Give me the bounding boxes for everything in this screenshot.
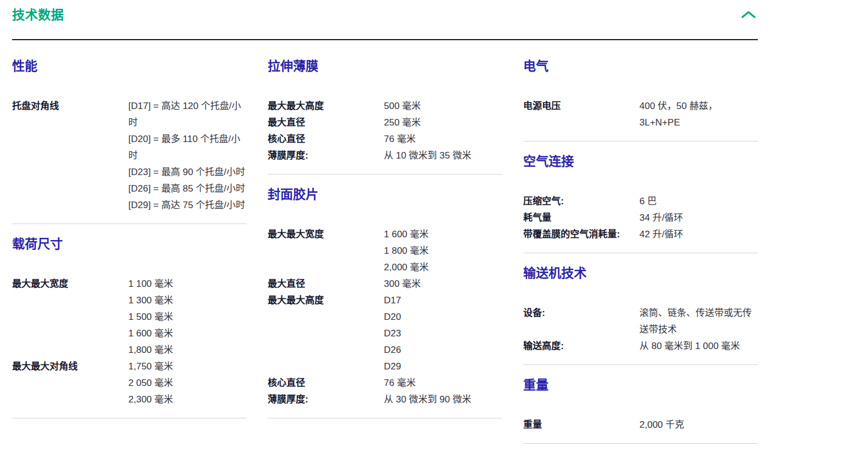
- spec-value: 1,750 毫米 2 050 毫米 2,300 毫米: [128, 361, 173, 405]
- spec-label: 输送高度:: [523, 338, 639, 355]
- spec-label: 托盘对角线: [12, 98, 128, 115]
- spec-row: 带覆盖膜的空气消耗量:42 升/循环: [523, 226, 758, 243]
- spec-row: 耗气量34 升/循环: [523, 210, 758, 226]
- spec-label: 电源电压: [523, 98, 639, 115]
- spec-label: 最大最大宽度: [268, 226, 384, 243]
- section-header[interactable]: 技术数据: [12, 0, 758, 40]
- group-heading: 拉伸薄膜: [268, 58, 502, 74]
- spec-value: 76 毫米: [384, 134, 416, 144]
- spec-value: 1 100 毫米 1 300 毫米 1 500 毫米 1 600 毫米 1,80…: [128, 279, 173, 355]
- group-heading: 电气: [523, 58, 758, 74]
- spec-row: 托盘对角线[D17] = 高达 120 个托盘/小时 [D20] = 最多 11…: [12, 98, 247, 214]
- group-heading: 性能: [12, 58, 247, 74]
- spec-value: [D17] = 高达 120 个托盘/小时 [D20] = 最多 110 个托盘…: [128, 101, 245, 210]
- spec-value: 从 80 毫米到 1 000 毫米: [639, 341, 740, 351]
- spec-label: 设备:: [523, 305, 639, 322]
- spec-label: 核心直径: [268, 131, 384, 148]
- group-heading: 重量: [523, 377, 758, 393]
- spec-value: 34 升/循环: [639, 213, 683, 223]
- spec-label: 最大最大高度: [268, 98, 384, 115]
- spec-row: 最大直径250 毫米: [268, 115, 502, 131]
- spec-group: 输送机技术设备:滚筒、链条、传送带或无传送带技术输送高度:从 80 毫米到 1 …: [523, 265, 758, 365]
- spec-group: 空气连接压缩空气:6 巴耗气量34 升/循环带覆盖膜的空气消耗量:42 升/循环: [523, 154, 758, 253]
- spec-value: 滚筒、链条、传送带或无传送带技术: [639, 308, 752, 335]
- spec-label: 最大最大高度: [268, 292, 384, 309]
- spec-column-2: 拉伸薄膜最大最大高度500 毫米最大直径250 毫米核心直径76 毫米薄膜厚度:…: [268, 58, 502, 452]
- spec-label: 薄膜厚度:: [268, 391, 384, 408]
- spec-value: 42 升/循环: [639, 229, 683, 239]
- spec-value: 300 毫米: [384, 279, 421, 289]
- spec-group: 性能托盘对角线[D17] = 高达 120 个托盘/小时 [D20] = 最多 …: [12, 58, 247, 224]
- spec-row: 重量2,000 千克: [523, 417, 758, 433]
- group-heading: 封面胶片: [268, 187, 502, 202]
- spec-value: 1 600 毫米 1 800 毫米 2,000 毫米: [384, 229, 428, 273]
- spec-row: 最大最大宽度1 600 毫米 1 800 毫米 2,000 毫米: [268, 226, 502, 276]
- spec-row: 压缩空气:6 巴: [523, 193, 758, 210]
- spec-group: 电气电源电压400 伏，50 赫兹，3L+N+PE: [523, 58, 758, 141]
- spec-row: 最大最大宽度1 100 毫米 1 300 毫米 1 500 毫米 1 600 毫…: [12, 276, 247, 358]
- spec-value: 400 伏，50 赫兹，3L+N+PE: [639, 101, 718, 128]
- spec-row: 最大直径300 毫米: [268, 276, 502, 292]
- spec-row: 薄膜厚度:从 30 微米到 90 微米: [268, 391, 502, 408]
- spec-row: 核心直径76 毫米: [268, 375, 502, 391]
- spec-value: 6 巴: [639, 196, 657, 206]
- spec-label: 耗气量: [523, 210, 639, 226]
- spec-group: 封面胶片最大最大宽度1 600 毫米 1 800 毫米 2,000 毫米最大直径…: [268, 187, 502, 418]
- spec-group: 拉伸薄膜最大最大高度500 毫米最大直径250 毫米核心直径76 毫米薄膜厚度:…: [268, 58, 502, 175]
- spec-label: 薄膜厚度:: [268, 148, 384, 164]
- spec-label: 最大最大宽度: [12, 276, 128, 292]
- spec-row: 核心直径76 毫米: [268, 131, 502, 148]
- spec-label: 带覆盖膜的空气消耗量:: [523, 226, 639, 243]
- spec-row: 设备:滚筒、链条、传送带或无传送带技术: [523, 305, 758, 338]
- group-heading: 载荷尺寸: [12, 236, 247, 252]
- spec-row: 最大最大高度D17 D20 D23 D26 D29: [268, 292, 502, 375]
- spec-label: 最大直径: [268, 115, 384, 131]
- spec-label: 最大直径: [268, 276, 384, 292]
- spec-column-1: 性能托盘对角线[D17] = 高达 120 个托盘/小时 [D20] = 最多 …: [12, 58, 247, 452]
- spec-row: 薄膜厚度:从 10 微米到 35 微米: [268, 148, 502, 164]
- spec-value: D17 D20 D23 D26 D29: [384, 295, 401, 372]
- spec-group: 载荷尺寸最大最大宽度1 100 毫米 1 300 毫米 1 500 毫米 1 6…: [12, 236, 247, 418]
- spec-value: 250 毫米: [384, 117, 421, 128]
- spec-row: 输送高度:从 80 毫米到 1 000 毫米: [523, 338, 758, 355]
- spec-label: 核心直径: [268, 375, 384, 391]
- spec-row: 最大最大高度500 毫米: [268, 98, 502, 115]
- spec-columns: 性能托盘对角线[D17] = 高达 120 个托盘/小时 [D20] = 最多 …: [12, 58, 758, 452]
- collapse-section-button[interactable]: [740, 8, 757, 21]
- spec-label: 最大最大对角线: [12, 358, 128, 375]
- spec-label: 重量: [523, 417, 639, 433]
- spec-value: 500 毫米: [384, 101, 421, 111]
- group-heading: 空气连接: [523, 154, 758, 169]
- spec-value: 76 毫米: [384, 378, 416, 388]
- spec-label: 压缩空气:: [523, 193, 639, 210]
- chevron-up-icon: [741, 10, 756, 19]
- section-title: 技术数据: [12, 7, 758, 23]
- spec-value: 从 10 微米到 35 微米: [384, 150, 471, 161]
- spec-row: 最大最大对角线1,750 毫米 2 050 毫米 2,300 毫米: [12, 358, 247, 408]
- spec-value: 从 30 微米到 90 微米: [384, 394, 471, 405]
- technical-data-section: 技术数据 性能托盘对角线[D17] = 高达 120 个托盘/小时 [D20] …: [0, 0, 868, 452]
- group-heading: 输送机技术: [523, 265, 758, 281]
- spec-column-3: 电气电源电压400 伏，50 赫兹，3L+N+PE空气连接压缩空气:6 巴耗气量…: [523, 58, 758, 452]
- spec-value: 2,000 千克: [639, 420, 684, 430]
- spec-row: 电源电压400 伏，50 赫兹，3L+N+PE: [523, 98, 758, 131]
- spec-group: 重量重量2,000 千克: [523, 377, 758, 444]
